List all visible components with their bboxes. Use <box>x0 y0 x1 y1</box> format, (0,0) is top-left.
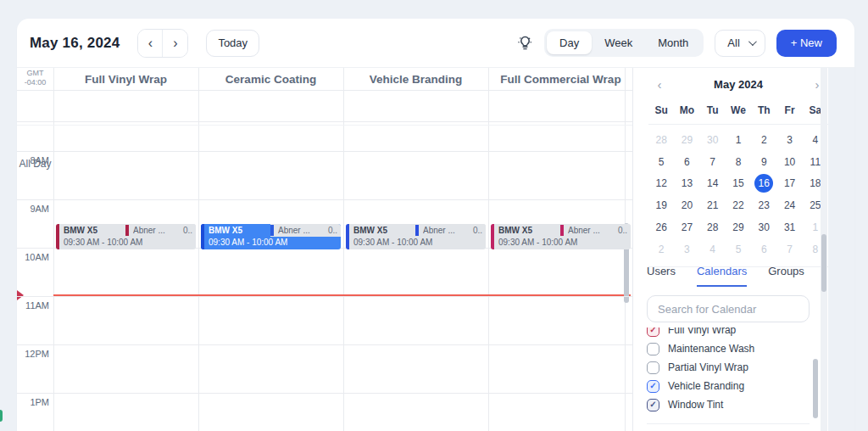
toolbar-right: Day Week Month All + New <box>517 29 837 57</box>
event-extra: 0.. <box>328 226 337 235</box>
minical-day[interactable]: 21 <box>700 194 726 216</box>
minical-day[interactable]: 27 <box>674 216 699 238</box>
chevron-right-icon: › <box>173 36 177 51</box>
calendar-app-card: May 16, 2024 ‹ › Today Day Week Month Al… <box>17 19 854 431</box>
minical-day[interactable]: 7 <box>776 238 802 260</box>
event-color-bar <box>270 225 274 236</box>
tab-groups[interactable]: Groups <box>768 265 804 287</box>
minical-day[interactable]: 5 <box>726 238 751 260</box>
minical-day[interactable]: 6 <box>751 238 776 260</box>
minical-day[interactable]: 26 <box>648 216 674 238</box>
minical-day[interactable]: 14 <box>700 173 726 195</box>
tab-week[interactable]: Week <box>592 31 645 54</box>
checkbox-checked-icon[interactable]: ✓ <box>647 399 659 411</box>
event-color-bar <box>125 225 129 236</box>
event-chip[interactable]: BMW X509:30 AM - 10:00 AMAbner ...0.. <box>201 224 341 249</box>
chevron-left-icon: ‹ <box>148 36 153 51</box>
minical-day[interactable]: 29 <box>674 129 699 151</box>
minical-day[interactable]: 13 <box>674 173 699 195</box>
tab-calendars[interactable]: Calendars <box>697 265 747 287</box>
tab-day[interactable]: Day <box>547 31 592 54</box>
minical-day[interactable]: 28 <box>648 129 674 151</box>
right-gutter <box>828 68 854 431</box>
checkbox-checked-icon[interactable]: ✓ <box>647 327 659 337</box>
time-label: 11AM <box>17 300 49 311</box>
calendar-filter-row[interactable]: Partial Vinyl Wrap <box>647 358 810 377</box>
checkbox-unchecked-icon[interactable] <box>647 343 659 355</box>
minical-day[interactable]: 3 <box>674 238 699 260</box>
resource-column-header: Ceramic Coating <box>198 68 343 90</box>
calendar-list-scrollbar[interactable] <box>813 359 818 418</box>
minical-day[interactable]: 15 <box>726 173 751 195</box>
mini-calendar-header: ‹ May 2024 › <box>648 73 828 95</box>
minical-day[interactable]: 23 <box>751 194 776 216</box>
event-chip[interactable]: BMW X509:30 AM - 10:00 AMAbner ...0.. <box>56 224 196 249</box>
resource-column-header: Vehicle Branding <box>343 68 488 90</box>
filter-dropdown[interactable]: All <box>715 30 765 57</box>
resource-column-header: Full Commercial Wrap <box>488 68 633 90</box>
next-day-button[interactable]: › <box>163 30 187 57</box>
overlapping-event-chip[interactable]: Abner ...0.. <box>125 224 196 237</box>
grid-line <box>17 151 632 152</box>
chat-widget-edge[interactable] <box>0 410 3 422</box>
minical-day[interactable]: 28 <box>700 216 726 238</box>
minical-day[interactable]: 31 <box>776 216 802 238</box>
event-title: Abner ... <box>568 226 618 235</box>
minical-day[interactable]: 2 <box>751 129 776 151</box>
minical-day[interactable]: 7 <box>700 151 726 173</box>
checkbox-unchecked-icon[interactable] <box>647 361 659 374</box>
event-title: BMW X5 <box>209 226 242 235</box>
overlapping-event-chip[interactable]: Abner ...0.. <box>270 224 341 237</box>
time-label: 8AM <box>17 155 49 165</box>
event-chip[interactable]: BMW X509:30 AM - 10:00 AMAbner ...0.. <box>491 224 631 249</box>
minical-day[interactable]: 22 <box>726 194 751 216</box>
calendar-filter-row[interactable]: ✓Vehicle Branding <box>647 377 810 395</box>
calendar-search-input[interactable] <box>647 295 810 322</box>
minical-day[interactable]: 29 <box>726 216 751 238</box>
minical-day[interactable]: 24 <box>776 194 802 216</box>
minical-day[interactable]: 16 <box>751 173 776 195</box>
time-label: 10AM <box>17 252 49 262</box>
minical-day[interactable]: 10 <box>776 151 802 173</box>
prev-day-button[interactable]: ‹ <box>138 30 163 57</box>
minical-day[interactable]: 8 <box>726 151 751 173</box>
overlapping-event-chip[interactable]: Abner ...0.. <box>560 224 631 237</box>
minical-day[interactable]: 6 <box>674 151 699 173</box>
grid-line <box>17 393 632 394</box>
event-color-bar <box>415 225 419 236</box>
overlapping-event-chip[interactable]: Abner ...0.. <box>415 224 486 237</box>
minical-day[interactable]: 3 <box>776 129 802 151</box>
grid-line <box>17 199 632 200</box>
event-chip[interactable]: BMW X509:30 AM - 10:00 AMAbner ...0.. <box>346 224 486 249</box>
checkbox-checked-icon[interactable]: ✓ <box>647 380 659 393</box>
sidebar-scrollbar-track[interactable] <box>821 68 827 431</box>
lightbulb-icon[interactable] <box>517 35 533 51</box>
today-button[interactable]: Today <box>206 30 259 57</box>
event-title: BMW X5 <box>498 226 532 235</box>
minical-day[interactable]: 4 <box>700 238 726 260</box>
toolbar-left: May 16, 2024 ‹ › Today <box>30 29 259 58</box>
minical-day[interactable]: 12 <box>648 173 674 195</box>
minical-day[interactable]: 1 <box>726 129 751 151</box>
calendar-filter-row[interactable]: ✓Window Tint <box>647 395 810 414</box>
minical-day[interactable]: 30 <box>751 216 776 238</box>
new-event-button[interactable]: + New <box>776 30 837 57</box>
minical-day[interactable]: 9 <box>751 151 776 173</box>
minical-day[interactable]: 17 <box>776 173 802 195</box>
grid-line <box>17 344 632 345</box>
event-color-bar <box>201 224 204 249</box>
calendar-filter-row[interactable]: Maintenance Wash <box>647 339 810 358</box>
tab-month[interactable]: Month <box>645 31 701 54</box>
calendar-filter-row[interactable]: ✓Full Vinyl Wrap <box>647 327 810 339</box>
sidebar-scrollbar-thumb[interactable] <box>821 234 826 292</box>
minical-day[interactable]: 2 <box>648 238 674 260</box>
current-time-arrow-icon <box>17 290 24 300</box>
minical-day[interactable]: 19 <box>648 194 674 216</box>
minical-month-title: May 2024 <box>714 78 763 91</box>
minical-day[interactable]: 20 <box>674 194 699 216</box>
minical-prev-button[interactable]: ‹ <box>650 73 669 95</box>
minical-day[interactable]: 30 <box>700 129 726 151</box>
tab-users[interactable]: Users <box>647 265 676 287</box>
minical-day[interactable]: 5 <box>648 151 674 173</box>
event-color-bar <box>56 224 59 249</box>
